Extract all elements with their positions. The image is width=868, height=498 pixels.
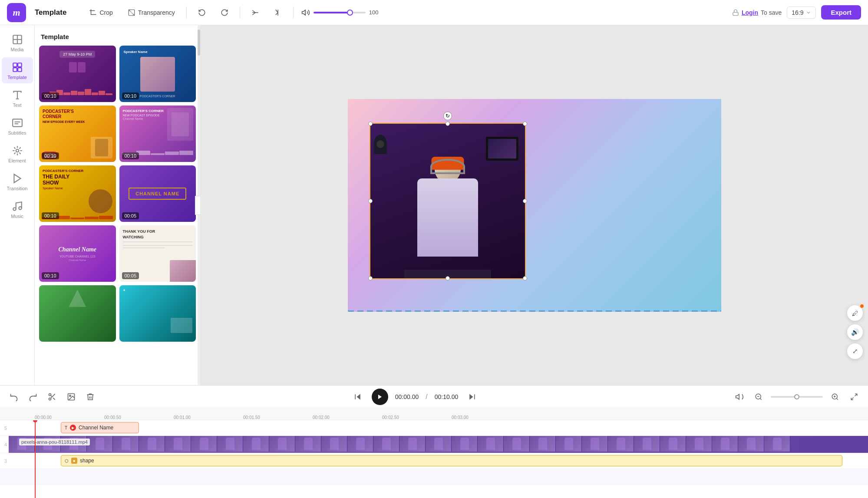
svg-rect-12 xyxy=(18,68,22,72)
video-element[interactable] xyxy=(370,123,526,279)
template-card-2[interactable]: Speaker Name PODCASTER'S CORNER 00:10 xyxy=(119,46,196,102)
flip-vertical-button[interactable] xyxy=(271,5,285,20)
skip-back-button[interactable] xyxy=(351,390,365,404)
svg-point-21 xyxy=(49,393,51,396)
panel-collapse-button[interactable]: ‹ xyxy=(195,196,201,215)
svg-point-20 xyxy=(19,207,22,210)
redo-button[interactable] xyxy=(26,390,40,404)
transparency-button[interactable]: Transparency xyxy=(124,7,178,18)
sidebar-item-template[interactable]: Template xyxy=(2,57,33,83)
zoom-in-icon xyxy=(831,393,839,401)
track-text-item-channel[interactable]: T ▶ Channel Name xyxy=(61,422,139,433)
svg-rect-3 xyxy=(132,13,133,14)
fullscreen-button[interactable] xyxy=(847,390,861,404)
template-icon xyxy=(12,62,23,73)
canvas-comment-button[interactable]: 🖊 xyxy=(847,305,863,321)
zoom-out-button[interactable] xyxy=(752,390,766,404)
current-time: 00:00.00 xyxy=(395,393,419,400)
zoom-slider[interactable] xyxy=(771,396,823,398)
volume-control: 100 xyxy=(301,8,379,17)
sidebar-music-label: Music xyxy=(11,214,23,219)
template-card-6[interactable]: CHANNEL NAME 00:05 xyxy=(119,165,196,222)
sidebar-item-transition[interactable]: Transition xyxy=(2,168,33,195)
volume-timeline-icon xyxy=(735,392,744,401)
play-button[interactable] xyxy=(372,389,388,405)
transparency-icon xyxy=(128,9,135,16)
export-button[interactable]: Export xyxy=(821,5,861,20)
track-content-5: T ▶ Channel Name xyxy=(9,420,868,435)
fullscreen-icon xyxy=(850,393,858,401)
svg-marker-30 xyxy=(378,394,382,399)
delete-button[interactable] xyxy=(83,390,97,404)
svg-point-19 xyxy=(13,208,16,211)
svg-marker-28 xyxy=(356,394,360,399)
track-shape-item[interactable]: ⬡ ■ shape xyxy=(61,455,842,466)
template-card-4[interactable]: PODCASTER'S CORNER NEW PODCAST EPISODE C… xyxy=(119,106,196,162)
card-6-badge: 00:05 xyxy=(122,212,139,219)
volume-timeline-button[interactable] xyxy=(733,390,746,404)
svg-marker-4 xyxy=(302,10,305,15)
svg-line-25 xyxy=(51,395,52,396)
topbar-right: Login To save 16:9 Export xyxy=(732,5,861,20)
divider3 xyxy=(293,7,294,19)
sidebar-text-label: Text xyxy=(13,102,21,108)
rotate-left-button[interactable] xyxy=(195,5,209,20)
svg-rect-9 xyxy=(13,63,17,67)
template-card-7[interactable]: Channel Name YOUTUBE CHANNEL 123 Channel… xyxy=(39,225,116,282)
playhead xyxy=(35,420,36,498)
sidebar-template-label: Template xyxy=(7,75,27,80)
cut-icon xyxy=(48,392,56,401)
template-grid: 27 May 9-10 PM 00:10 xyxy=(39,46,196,342)
template-card-9[interactable] xyxy=(39,285,116,342)
sidebar-media-label: Media xyxy=(11,47,24,52)
total-time: 00:10.00 xyxy=(435,393,459,400)
login-button[interactable]: Login xyxy=(742,9,758,16)
zoom-in-button[interactable] xyxy=(828,390,842,404)
ratio-selector[interactable]: 16:9 xyxy=(787,7,816,19)
skip-forward-button[interactable] xyxy=(465,390,479,404)
volume-icon xyxy=(301,8,310,17)
svg-rect-11 xyxy=(13,68,17,72)
sidebar-item-music[interactable]: Music xyxy=(2,196,33,222)
sidebar-item-text[interactable]: Text xyxy=(2,85,33,111)
card-1-badge: 00:10 xyxy=(42,92,59,99)
template-card-3[interactable]: PODCASTER'SCORNER NEW EPISODE EVERY WEEK… xyxy=(39,106,116,162)
crop-button[interactable]: Crop xyxy=(86,7,116,18)
track-num-4: 4 xyxy=(0,442,9,447)
sidebar-item-subtitles[interactable]: Subtitles xyxy=(2,113,33,139)
person-silhouette xyxy=(409,157,487,278)
divider2 xyxy=(240,7,240,19)
volume-value: 100 xyxy=(369,9,379,16)
flip-v-icon xyxy=(274,9,282,16)
track-num-5: 5 xyxy=(0,425,9,431)
canvas-right-buttons: 🖊 🔊 ⤢ xyxy=(847,305,863,359)
sidebar-item-element[interactable]: Element xyxy=(2,141,33,167)
volume-slider[interactable] xyxy=(314,12,366,13)
sidebar: Media Template Text Subtitles xyxy=(0,25,35,385)
studio-monitor xyxy=(486,137,518,161)
undo-button[interactable] xyxy=(7,390,21,404)
template-card-10[interactable]: ✦ xyxy=(119,285,196,342)
timeline-center-controls: 00:00.00 / 00:10.00 xyxy=(102,389,727,405)
app-logo: m xyxy=(7,3,26,22)
track-row-extra xyxy=(0,469,868,485)
track-num-3: 3 xyxy=(0,458,9,464)
rotate-right-button[interactable] xyxy=(217,5,232,20)
rotate-handle[interactable]: ↻ xyxy=(443,112,452,120)
video-strip[interactable] xyxy=(9,436,868,453)
template-card-8[interactable]: THANK YOU FORWATCHING 00:05 xyxy=(119,225,196,282)
template-card-5[interactable]: PODCASTER'S CORNER THE DAILYSHOW Speaker… xyxy=(39,165,116,222)
template-card-1[interactable]: 27 May 9-10 PM 00:10 xyxy=(39,46,116,102)
login-section: Login To save xyxy=(732,9,782,16)
canvas-expand-button[interactable]: ⤢ xyxy=(847,343,863,359)
cut-button[interactable] xyxy=(45,390,59,404)
delete-icon xyxy=(86,392,95,401)
flip-horizontal-button[interactable] xyxy=(248,5,263,20)
topbar: m Template Crop Transparency xyxy=(0,0,868,25)
track-row-3: 3 ⬡ ■ shape xyxy=(0,453,868,469)
sidebar-item-media[interactable]: Media xyxy=(2,30,33,56)
svg-rect-5 xyxy=(733,12,738,15)
image-button[interactable] xyxy=(64,390,78,404)
track-content-3: ⬡ ■ shape xyxy=(9,453,868,468)
canvas-sound-button[interactable]: 🔊 xyxy=(847,324,863,340)
